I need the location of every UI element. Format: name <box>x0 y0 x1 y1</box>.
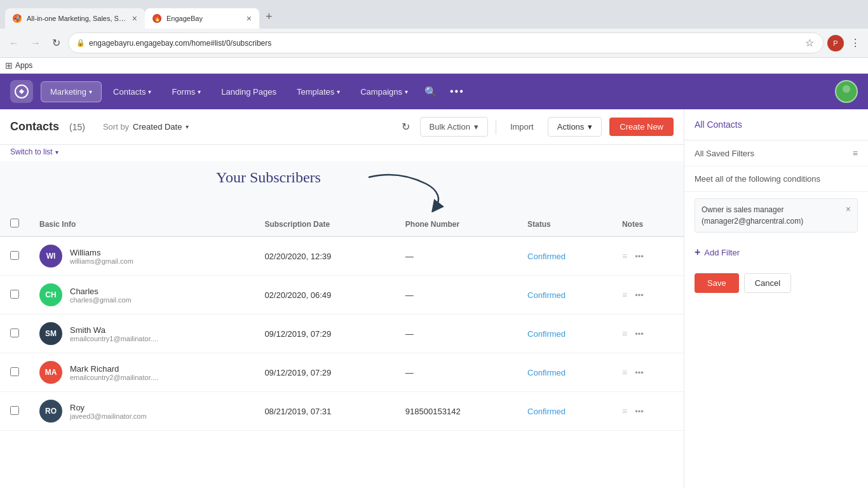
contacts-count: (15) <box>69 122 85 132</box>
avatar-0: WI <box>39 245 62 268</box>
avatar-4: RO <box>39 400 62 423</box>
refresh-button[interactable]: ↻ <box>399 118 412 135</box>
table-row: RO Roy javeed3@mailinator.com 08/21/2019… <box>0 392 684 431</box>
row-basic-info-2: SM Smith Wa emailcountry1@mailinator.... <box>29 315 254 353</box>
table-header: Basic Info Subscription Date Phone Numbe… <box>0 212 684 236</box>
back-button[interactable]: ← <box>5 35 23 51</box>
main-layout: Contacts (15) Sort by Created Date ▾ ↻ B… <box>0 109 868 488</box>
row-basic-info-1: CH Charles charles@gmail.com <box>29 276 254 315</box>
row-more-button-4[interactable]: ••• <box>632 405 646 417</box>
new-tab-button[interactable]: + <box>259 5 279 29</box>
meet-conditions: Meet all of the following conditions <box>684 166 868 192</box>
campaigns-chevron: ▾ <box>405 88 408 95</box>
switch-to-list[interactable]: Switch to list ▾ <box>0 145 684 161</box>
apps-grid-icon[interactable]: ⊞ <box>5 60 13 71</box>
search-icon[interactable]: 🔍 <box>419 81 442 103</box>
row-subscription-date-0: 02/20/2020, 12:39 <box>254 236 395 276</box>
templates-label: Templates <box>297 87 334 97</box>
switch-list-chevron: ▾ <box>55 149 58 156</box>
save-button[interactable]: Save <box>695 273 739 293</box>
row-more-button-2[interactable]: ••• <box>632 328 646 340</box>
contact-name-0[interactable]: Williams <box>70 248 133 257</box>
templates-chevron: ▾ <box>337 88 340 95</box>
header-notes: Notes <box>612 212 684 236</box>
apps-label: Apps <box>15 61 32 70</box>
forward-button[interactable]: → <box>27 35 44 51</box>
address-text: engagebayru.engagebay.com/home#list/0/su… <box>89 39 800 48</box>
filter-icon[interactable]: ≡ <box>853 148 858 158</box>
add-filter-button[interactable]: + Add Filter <box>684 239 868 266</box>
more-icon[interactable]: ••• <box>445 81 470 102</box>
table-row: MA Mark Richard emailcountry2@mailinator… <box>0 353 684 392</box>
bulk-action-label: Bulk Action <box>430 122 470 132</box>
create-new-button[interactable]: Create New <box>609 118 674 136</box>
avatar-1: CH <box>39 283 62 306</box>
meet-conditions-label: Meet all of the following conditions <box>695 174 820 184</box>
row-more-button-0[interactable]: ••• <box>632 250 646 262</box>
all-contacts-link[interactable]: All Contacts <box>695 119 742 130</box>
marketing-chevron: ▾ <box>89 88 92 95</box>
header-status: Status <box>517 212 612 236</box>
apps-bar: ⊞ Apps <box>0 58 868 74</box>
row-status-2: Confirmed <box>517 315 612 353</box>
row-notes-2: ≡ ••• <box>612 315 684 353</box>
actions-button[interactable]: Actions ▾ <box>548 117 602 137</box>
row-checkbox-cell-1 <box>0 276 29 315</box>
reload-button[interactable]: ↻ <box>48 34 64 51</box>
nav-item-forms[interactable]: Forms ▾ <box>163 82 210 102</box>
tab2-favicon: 🔥 <box>153 14 161 23</box>
forms-chevron: ▾ <box>198 88 201 95</box>
notes-icon-0: ≡ <box>622 251 627 261</box>
table-row: WI Williams williams@gmail.com 02/20/202… <box>0 236 684 276</box>
tab1-close[interactable]: × <box>132 13 137 24</box>
row-notes-3: ≡ ••• <box>612 353 684 392</box>
bookmark-button[interactable]: ☆ <box>804 36 815 50</box>
row-checkbox-4[interactable] <box>10 406 19 415</box>
nav-item-campaigns[interactable]: Campaigns ▾ <box>351 82 417 102</box>
browser-tab-2[interactable]: 🔥 EngageBay × <box>145 8 259 29</box>
row-checkbox-1[interactable] <box>10 290 19 299</box>
nav-item-contacts[interactable]: Contacts ▾ <box>104 82 160 102</box>
browser-tabs: 🚀 All-in-one Marketing, Sales, Supp × 🔥 … <box>0 0 868 29</box>
user-avatar[interactable] <box>835 80 858 103</box>
contact-name-2[interactable]: Smith Wa <box>70 325 158 335</box>
row-phone-3: — <box>395 353 517 392</box>
row-more-button-1[interactable]: ••• <box>632 289 646 301</box>
filter-close-icon[interactable]: × <box>846 204 851 214</box>
app-logo[interactable] <box>10 80 33 103</box>
row-status-1: Confirmed <box>517 276 612 315</box>
actions-chevron: ▾ <box>588 122 592 132</box>
browser-tab-1[interactable]: 🚀 All-in-one Marketing, Sales, Supp × <box>5 8 145 29</box>
page-title: Contacts <box>10 120 59 133</box>
cancel-button[interactable]: Cancel <box>744 273 791 293</box>
logo-icon <box>15 85 29 98</box>
nav-item-templates[interactable]: Templates ▾ <box>288 82 349 102</box>
saved-filters-label: All Saved Filters <box>695 149 754 158</box>
profile-icon[interactable]: P <box>827 35 844 51</box>
bulk-action-button[interactable]: Bulk Action ▾ <box>420 117 488 137</box>
row-more-button-3[interactable]: ••• <box>632 367 646 379</box>
row-notes-0: ≡ ••• <box>612 236 684 276</box>
row-phone-4: 918500153142 <box>395 392 517 431</box>
nav-item-landing-pages[interactable]: Landing Pages <box>212 82 285 102</box>
contact-name-4[interactable]: Roy <box>70 403 147 412</box>
address-bar[interactable]: 🔒 engagebayru.engagebay.com/home#list/0/… <box>68 32 824 53</box>
row-status-0: Confirmed <box>517 236 612 276</box>
row-checkbox-0[interactable] <box>10 251 19 260</box>
row-checkbox-2[interactable] <box>10 329 19 337</box>
notes-icon-1: ≡ <box>622 290 627 300</box>
contact-name-1[interactable]: Charles <box>70 287 132 296</box>
tab2-close[interactable]: × <box>247 13 252 24</box>
notes-icon-3: ≡ <box>622 367 627 377</box>
saved-filters-row: All Saved Filters ≡ <box>684 140 868 166</box>
nav-item-marketing[interactable]: Marketing ▾ <box>41 81 102 102</box>
toolbar-divider <box>496 119 496 135</box>
contacts-table-wrapper: Basic Info Subscription Date Phone Numbe… <box>0 212 684 488</box>
menu-button[interactable]: ⋮ <box>848 34 863 51</box>
row-checkbox-3[interactable] <box>10 367 19 376</box>
import-button[interactable]: Import <box>504 118 540 136</box>
contact-name-3[interactable]: Mark Richard <box>70 364 158 374</box>
select-all-checkbox[interactable] <box>10 219 19 227</box>
table-row: CH Charles charles@gmail.com 02/20/2020,… <box>0 276 684 315</box>
sort-by-dropdown[interactable]: Sort by Created Date ▾ <box>103 122 189 132</box>
